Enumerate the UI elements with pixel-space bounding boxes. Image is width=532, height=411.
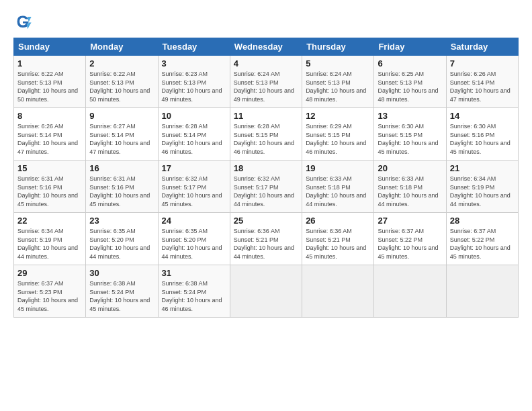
calendar-week-1: 1Sunrise: 6:22 AMSunset: 5:13 PMDaylight… xyxy=(14,56,519,108)
calendar-cell: 1Sunrise: 6:22 AMSunset: 5:13 PMDaylight… xyxy=(14,56,86,108)
calendar-cell: 20Sunrise: 6:33 AMSunset: 5:18 PMDayligh… xyxy=(374,161,446,213)
day-number: 13 xyxy=(378,111,442,121)
day-info: Sunrise: 6:36 AMSunset: 5:21 PMDaylight:… xyxy=(234,228,294,260)
logo-icon xyxy=(13,12,32,31)
calendar-cell: 29Sunrise: 6:37 AMSunset: 5:23 PMDayligh… xyxy=(14,265,86,318)
calendar-cell: 15Sunrise: 6:31 AMSunset: 5:16 PMDayligh… xyxy=(14,161,86,213)
day-info: Sunrise: 6:32 AMSunset: 5:17 PMDaylight:… xyxy=(162,175,222,208)
weekday-header-row: SundayMondayTuesdayWednesdayThursdayFrid… xyxy=(14,38,519,56)
day-number: 21 xyxy=(450,163,515,173)
day-info: Sunrise: 6:36 AMSunset: 5:21 PMDaylight:… xyxy=(306,228,366,260)
day-number: 12 xyxy=(306,111,370,121)
calendar-cell: 5Sunrise: 6:24 AMSunset: 5:13 PMDaylight… xyxy=(302,56,374,108)
day-number: 11 xyxy=(234,111,298,121)
day-number: 19 xyxy=(306,163,370,173)
day-number: 24 xyxy=(162,216,226,226)
day-info: Sunrise: 6:28 AMSunset: 5:14 PMDaylight:… xyxy=(162,123,222,155)
calendar-cell: 8Sunrise: 6:26 AMSunset: 5:14 PMDaylight… xyxy=(14,108,86,161)
calendar-cell: 14Sunrise: 6:30 AMSunset: 5:16 PMDayligh… xyxy=(446,108,518,161)
calendar-week-5: 29Sunrise: 6:37 AMSunset: 5:23 PMDayligh… xyxy=(14,265,519,318)
day-info: Sunrise: 6:35 AMSunset: 5:20 PMDaylight:… xyxy=(162,228,222,260)
calendar-cell: 25Sunrise: 6:36 AMSunset: 5:21 PMDayligh… xyxy=(230,213,302,265)
logo xyxy=(13,12,35,31)
calendar-cell: 6Sunrise: 6:25 AMSunset: 5:13 PMDaylight… xyxy=(374,56,446,108)
day-number: 16 xyxy=(89,163,154,173)
day-number: 3 xyxy=(162,58,226,68)
weekday-header-wednesday: Wednesday xyxy=(230,38,302,56)
day-info: Sunrise: 6:27 AMSunset: 5:14 PMDaylight:… xyxy=(89,123,150,155)
day-number: 10 xyxy=(162,111,226,121)
calendar-week-4: 22Sunrise: 6:34 AMSunset: 5:19 PMDayligh… xyxy=(14,213,519,265)
day-info: Sunrise: 6:26 AMSunset: 5:14 PMDaylight:… xyxy=(17,123,78,155)
calendar-week-3: 15Sunrise: 6:31 AMSunset: 5:16 PMDayligh… xyxy=(14,161,519,213)
day-info: Sunrise: 6:32 AMSunset: 5:17 PMDaylight:… xyxy=(234,175,294,208)
calendar-cell: 11Sunrise: 6:28 AMSunset: 5:15 PMDayligh… xyxy=(230,108,302,161)
day-info: Sunrise: 6:31 AMSunset: 5:16 PMDaylight:… xyxy=(17,175,78,208)
day-number: 20 xyxy=(378,163,442,173)
calendar-cell: 24Sunrise: 6:35 AMSunset: 5:20 PMDayligh… xyxy=(158,213,230,265)
calendar-cell: 22Sunrise: 6:34 AMSunset: 5:19 PMDayligh… xyxy=(14,213,86,265)
day-number: 30 xyxy=(89,268,154,278)
calendar-cell: 28Sunrise: 6:37 AMSunset: 5:22 PMDayligh… xyxy=(446,213,518,265)
day-info: Sunrise: 6:28 AMSunset: 5:15 PMDaylight:… xyxy=(234,123,294,155)
day-info: Sunrise: 6:35 AMSunset: 5:20 PMDaylight:… xyxy=(89,228,150,260)
calendar-cell xyxy=(374,265,446,318)
day-info: Sunrise: 6:30 AMSunset: 5:15 PMDaylight:… xyxy=(378,123,438,155)
calendar-cell: 31Sunrise: 6:38 AMSunset: 5:24 PMDayligh… xyxy=(158,265,230,318)
day-number: 17 xyxy=(162,163,226,173)
day-number: 1 xyxy=(17,58,82,68)
day-info: Sunrise: 6:37 AMSunset: 5:22 PMDaylight:… xyxy=(450,228,511,260)
calendar-cell: 18Sunrise: 6:32 AMSunset: 5:17 PMDayligh… xyxy=(230,161,302,213)
calendar-cell xyxy=(446,265,518,318)
calendar-cell: 27Sunrise: 6:37 AMSunset: 5:22 PMDayligh… xyxy=(374,213,446,265)
day-number: 9 xyxy=(89,111,154,121)
day-info: Sunrise: 6:26 AMSunset: 5:14 PMDaylight:… xyxy=(450,71,511,103)
day-number: 14 xyxy=(450,111,515,121)
calendar-cell: 7Sunrise: 6:26 AMSunset: 5:14 PMDaylight… xyxy=(446,56,518,108)
day-info: Sunrise: 6:34 AMSunset: 5:19 PMDaylight:… xyxy=(450,175,511,208)
calendar-cell: 16Sunrise: 6:31 AMSunset: 5:16 PMDayligh… xyxy=(86,161,158,213)
day-number: 23 xyxy=(89,216,154,226)
day-number: 8 xyxy=(17,111,82,121)
calendar-cell: 9Sunrise: 6:27 AMSunset: 5:14 PMDaylight… xyxy=(86,108,158,161)
day-info: Sunrise: 6:23 AMSunset: 5:13 PMDaylight:… xyxy=(162,71,222,103)
day-number: 2 xyxy=(89,58,154,68)
day-info: Sunrise: 6:38 AMSunset: 5:24 PMDaylight:… xyxy=(162,280,222,312)
calendar-cell: 30Sunrise: 6:38 AMSunset: 5:24 PMDayligh… xyxy=(86,265,158,318)
page-container: SundayMondayTuesdayWednesdayThursdayFrid… xyxy=(0,0,532,324)
day-info: Sunrise: 6:37 AMSunset: 5:23 PMDaylight:… xyxy=(17,280,78,312)
calendar-cell: 21Sunrise: 6:34 AMSunset: 5:19 PMDayligh… xyxy=(446,161,518,213)
day-info: Sunrise: 6:22 AMSunset: 5:13 PMDaylight:… xyxy=(89,71,150,103)
calendar-cell: 2Sunrise: 6:22 AMSunset: 5:13 PMDaylight… xyxy=(86,56,158,108)
calendar-cell: 3Sunrise: 6:23 AMSunset: 5:13 PMDaylight… xyxy=(158,56,230,108)
day-info: Sunrise: 6:38 AMSunset: 5:24 PMDaylight:… xyxy=(89,280,150,312)
calendar-cell: 4Sunrise: 6:24 AMSunset: 5:13 PMDaylight… xyxy=(230,56,302,108)
calendar-cell xyxy=(302,265,374,318)
day-number: 4 xyxy=(234,58,298,68)
calendar-cell: 12Sunrise: 6:29 AMSunset: 5:15 PMDayligh… xyxy=(302,108,374,161)
day-number: 22 xyxy=(17,216,82,226)
day-number: 27 xyxy=(378,216,442,226)
day-info: Sunrise: 6:30 AMSunset: 5:16 PMDaylight:… xyxy=(450,123,511,155)
calendar-cell: 13Sunrise: 6:30 AMSunset: 5:15 PMDayligh… xyxy=(374,108,446,161)
weekday-header-friday: Friday xyxy=(374,38,446,56)
day-number: 26 xyxy=(306,216,370,226)
calendar-table: SundayMondayTuesdayWednesdayThursdayFrid… xyxy=(13,38,519,318)
day-info: Sunrise: 6:25 AMSunset: 5:13 PMDaylight:… xyxy=(378,71,438,103)
day-info: Sunrise: 6:24 AMSunset: 5:13 PMDaylight:… xyxy=(234,71,294,103)
day-number: 31 xyxy=(162,268,226,278)
day-info: Sunrise: 6:29 AMSunset: 5:15 PMDaylight:… xyxy=(306,123,366,155)
weekday-header-thursday: Thursday xyxy=(302,38,374,56)
calendar-cell: 23Sunrise: 6:35 AMSunset: 5:20 PMDayligh… xyxy=(86,213,158,265)
day-number: 28 xyxy=(450,216,515,226)
day-number: 18 xyxy=(234,163,298,173)
calendar-week-2: 8Sunrise: 6:26 AMSunset: 5:14 PMDaylight… xyxy=(14,108,519,161)
day-number: 25 xyxy=(234,216,298,226)
weekday-header-saturday: Saturday xyxy=(446,38,518,56)
calendar-cell: 10Sunrise: 6:28 AMSunset: 5:14 PMDayligh… xyxy=(158,108,230,161)
weekday-header-tuesday: Tuesday xyxy=(158,38,230,56)
calendar-cell: 17Sunrise: 6:32 AMSunset: 5:17 PMDayligh… xyxy=(158,161,230,213)
day-number: 5 xyxy=(306,58,370,68)
weekday-header-sunday: Sunday xyxy=(14,38,86,56)
day-number: 15 xyxy=(17,163,82,173)
